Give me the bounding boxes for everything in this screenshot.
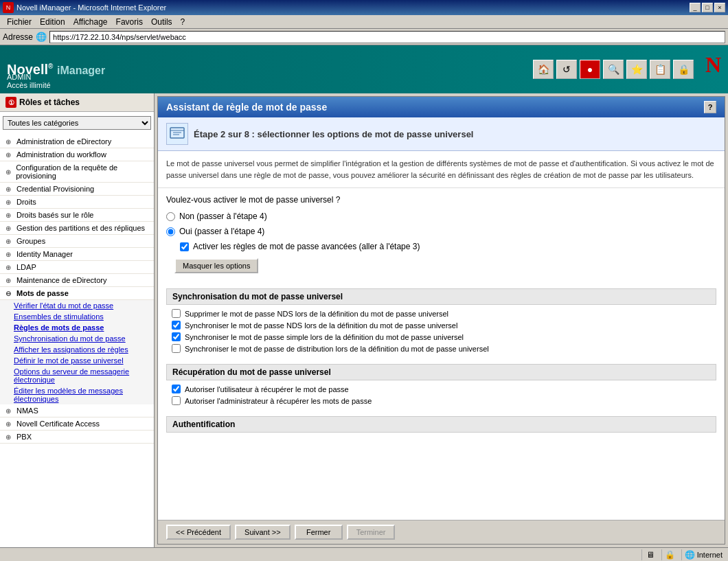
recup-checkbox-0[interactable] (172, 385, 181, 393)
recuperation-section: Récupération du mot de passe universel A… (158, 360, 725, 412)
menu-favoris[interactable]: Favoris (112, 16, 147, 28)
category-select[interactable]: Toutes les catégories (3, 116, 151, 130)
finish-button[interactable]: Terminer (347, 525, 396, 540)
sidebar-item-nmas[interactable]: ⊕ NMAS (0, 404, 154, 417)
subitem-synchronisation[interactable]: Synchronisation du mot de passe (0, 333, 154, 344)
sidebar-item-droits-role[interactable]: ⊕ Droits basés sur le rôle (0, 209, 154, 222)
radio-non-label[interactable]: Non (passer à l'étape 4) (179, 211, 267, 221)
expand-icon: ⊕ (5, 151, 14, 159)
close-button[interactable]: Fermer (295, 525, 343, 540)
subitem-afficher-assignations[interactable]: Afficher les assignations de règles (0, 344, 154, 355)
subitem-definir-universel[interactable]: Définir le mot de passe universel (0, 355, 154, 366)
window-controls[interactable]: _ □ × (690, 3, 725, 12)
radio-non-input[interactable] (166, 212, 175, 221)
sync-checkbox-2[interactable] (172, 332, 181, 341)
expand-icon: ⊕ (5, 168, 13, 176)
sidebar-item-credential[interactable]: ⊕ Credential Provisioning (0, 183, 154, 196)
sidebar-item-edir-admin[interactable]: ⊕ Administration de eDirectory (0, 135, 154, 148)
sidebar-item-label: Novell Certificate Access (16, 420, 100, 428)
sync-checkbox-0[interactable] (172, 309, 181, 318)
expand-icon: ⊕ (5, 264, 14, 271)
sidebar-item-groupes[interactable]: ⊕ Groupes (0, 235, 154, 248)
expand-icon: ⊖ (5, 290, 14, 297)
sidebar-item-config-provisioning[interactable]: ⊕ Configuration de la requête de provisi… (0, 161, 154, 183)
minimize-button[interactable]: _ (690, 3, 701, 12)
activer-avancees-checkbox[interactable] (180, 242, 189, 251)
expand-icon: ⊕ (5, 185, 14, 193)
prev-button[interactable]: << Précédent (166, 525, 231, 540)
subitem-regles[interactable]: Règles de mots de passe (0, 322, 154, 333)
toolbar-circle[interactable]: ● (580, 60, 600, 79)
recup-checkbox-1[interactable] (172, 396, 181, 405)
category-select-wrapper[interactable]: Toutes les catégories (0, 112, 154, 134)
close-button[interactable]: × (714, 3, 725, 12)
imanager-header: Novell® iManager ADMIN Accès illimité 🏠 … (0, 45, 728, 93)
sidebar-item-label: PBX (16, 433, 32, 441)
sync-label-3[interactable]: Synchroniser le mot de passe de distribu… (185, 345, 489, 353)
recup-label-1[interactable]: Autoriser l'administrateur à récupérer l… (185, 397, 372, 405)
sidebar-item-label: Gestion des partitions et des répliques (16, 224, 145, 232)
sidebar-item-pbx[interactable]: ⊕ PBX (0, 431, 154, 444)
expand-icon: ⊕ (5, 433, 14, 441)
maximize-button[interactable]: □ (702, 3, 713, 12)
assistant-help-button[interactable]: ? (704, 101, 716, 113)
assistant-container: Assistant de règle de mot de passe ? (157, 96, 725, 545)
assistant-body: Étape 2 sur 8 : sélectionner les options… (158, 117, 725, 520)
novell-n-logo: N (705, 52, 721, 78)
expand-icon: ⊕ (5, 251, 14, 258)
radio-oui-label[interactable]: Oui (passer à l'étape 4) (179, 227, 264, 236)
sidebar-item-droits[interactable]: ⊕ Droits (0, 196, 154, 209)
toolbar-refresh[interactable]: ↺ (556, 60, 577, 79)
sync-checkbox-1[interactable] (172, 321, 181, 330)
app-icon: N (3, 2, 14, 13)
menu-fichier[interactable]: Fichier (3, 16, 36, 28)
subitem-verifier-etat[interactable]: Vérifier l'état du mot de passe (0, 300, 154, 311)
sidebar-item-ldap[interactable]: ⊕ LDAP (0, 261, 154, 274)
toolbar-list[interactable]: 📋 (650, 60, 670, 79)
status-zone: 🌐 Internet (681, 549, 725, 560)
assistant-title: Assistant de règle de mot de passe (166, 102, 327, 113)
computer-icon: 🖥 (645, 549, 656, 560)
recup-label-0[interactable]: Autoriser l'utilisateur à récupérer le m… (185, 385, 349, 393)
sidebar-item-label: NMAS (16, 407, 38, 415)
subitem-options-serveur[interactable]: Options du serveur de messagerie électro… (0, 366, 154, 385)
sidebar-item-mots-de-passe[interactable]: ⊖ Mots de passe (0, 287, 154, 300)
menu-bar: Fichier Edition Affichage Favoris Outils… (0, 15, 728, 29)
sync-checkbox-3[interactable] (172, 344, 181, 353)
expand-icon: ⊕ (5, 225, 14, 232)
subitem-editer-modeles[interactable]: Éditer les modèles de messages électroni… (0, 385, 154, 404)
sidebar-item-maintenance[interactable]: ⊕ Maintenance de eDirectory (0, 274, 154, 287)
expand-icon: ⊕ (5, 277, 14, 284)
next-button[interactable]: Suivant >> (235, 525, 291, 540)
access-level: Accès illimité (7, 81, 51, 89)
toolbar-lock[interactable]: 🔒 (673, 60, 694, 79)
sync-label-1[interactable]: Synchroniser le mot de passe NDS lors de… (185, 321, 457, 330)
toolbar-search[interactable]: 🔍 (603, 60, 624, 79)
sidebar-item-label: Administration de eDirectory (16, 137, 111, 146)
menu-outils[interactable]: Outils (147, 16, 177, 28)
sidebar-item-partitions[interactable]: ⊕ Gestion des partitions et des réplique… (0, 222, 154, 235)
sidebar-header-icon: ① (5, 97, 16, 108)
sidebar-item-novell-cert[interactable]: ⊕ Novell Certificate Access (0, 417, 154, 431)
sidebar-sections: ⊕ Administration de eDirectory ⊕ Adminis… (0, 134, 154, 445)
menu-edition[interactable]: Edition (36, 16, 69, 28)
toolbar-home[interactable]: 🏠 (533, 60, 554, 79)
question-text: Voulez-vous activer le mot de passe univ… (166, 195, 716, 205)
sidebar: ① Rôles et tâches Toutes les catégories … (0, 93, 155, 547)
sync-label-2[interactable]: Synchroniser le mot de passe simple lors… (185, 333, 464, 341)
toolbar-favorites[interactable]: ⭐ (626, 60, 647, 79)
masquer-options-button[interactable]: Masquer les options (174, 258, 258, 273)
sidebar-item-identity-manager[interactable]: ⊕ Identity Manager (0, 248, 154, 261)
mots-de-passe-subitems: Vérifier l'état du mot de passe Ensemble… (0, 300, 154, 404)
radio-oui-input[interactable] (166, 227, 175, 236)
sync-label-0[interactable]: Supprimer le mot de passe NDS lors de la… (185, 310, 448, 318)
menu-aide[interactable]: ? (177, 16, 190, 28)
sidebar-item-label: Droits basés sur le rôle (16, 211, 94, 219)
menu-affichage[interactable]: Affichage (69, 16, 112, 28)
sidebar-item-label: Droits (16, 198, 36, 206)
sidebar-item-workflow-admin[interactable]: ⊕ Administration du workflow (0, 148, 154, 161)
subitem-ensembles[interactable]: Ensembles de stimulations (0, 311, 154, 322)
activer-avancees-label[interactable]: Activer les règles de mot de passe avanc… (193, 242, 420, 251)
sidebar-header: ① Rôles et tâches (0, 93, 154, 112)
address-input[interactable] (49, 31, 725, 43)
